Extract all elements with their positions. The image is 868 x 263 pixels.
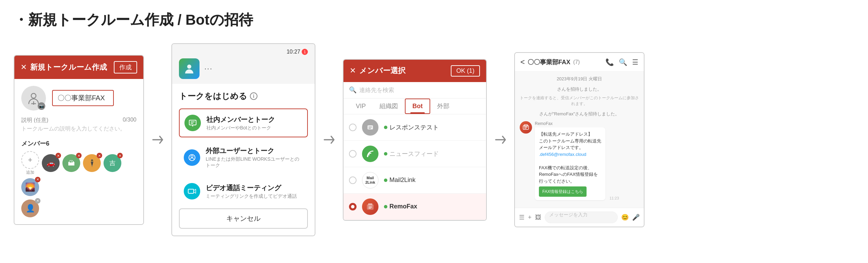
member-avatar-photo: 🌄 ✕ bbox=[21, 178, 39, 196]
green-dot4-icon bbox=[384, 205, 387, 208]
system-msg1: さんを招待しました。 bbox=[520, 86, 639, 92]
plus-icon: + bbox=[28, 156, 33, 164]
svg-rect-11 bbox=[369, 127, 372, 127]
bot-avatar-response-test bbox=[362, 119, 378, 136]
close-icon[interactable]: ✕ bbox=[21, 63, 27, 72]
avatar-row: 📷 〇〇事業部FAX bbox=[21, 86, 136, 111]
remove-member-icon[interactable]: ✕ bbox=[117, 153, 123, 158]
arrow3 bbox=[487, 132, 514, 148]
screen3-close-icon[interactable]: ✕ bbox=[350, 66, 356, 75]
info-icon: i bbox=[250, 92, 257, 100]
bot-list: レスポンステスト ニュースフィード bbox=[343, 114, 486, 220]
list-item-mail2link[interactable]: Mail2Link Mail2Link bbox=[343, 167, 486, 194]
plus-footer-icon[interactable]: + bbox=[528, 214, 532, 221]
remove-member-icon[interactable]: ✕ bbox=[76, 153, 82, 158]
tab-external[interactable]: 外部 bbox=[430, 99, 456, 114]
statusbar: 10:27 1 bbox=[179, 49, 308, 55]
screen4-header: < 〇〇事業部FAX (7) 📞 🔍 ☰ bbox=[515, 53, 644, 72]
option-video-call[interactable]: ビデオ通話ミーティング ミーティングリンクを作成してビデオ通話 bbox=[179, 178, 308, 205]
radio-response-test[interactable] bbox=[349, 124, 357, 131]
screen-new-room: ✕ 新規トークルーム作成 作成 📷 〇〇事業部FAX 説明 bbox=[14, 55, 144, 225]
list-item-remofax[interactable]: RemoFax bbox=[343, 194, 486, 220]
room-avatar[interactable]: 📷 bbox=[21, 86, 46, 111]
svg-rect-16 bbox=[369, 207, 372, 207]
bot-msg-content: RemoFax 【転送先メールアドレス】 このトークルーム専用の転送先 メールア… bbox=[535, 121, 605, 200]
bot1-name: レスポンステスト bbox=[389, 123, 439, 132]
menu-footer-icon[interactable]: ☰ bbox=[519, 214, 525, 221]
screen4-header-right: 📞 🔍 ☰ bbox=[605, 58, 638, 66]
screen3-header: ✕ メンバー選択 OK (1) bbox=[343, 60, 486, 82]
create-room-button[interactable]: 作成 bbox=[114, 61, 137, 73]
cancel-button[interactable]: キャンセル bbox=[179, 208, 308, 229]
bot-msg-avatar bbox=[520, 121, 532, 134]
screen3-title: メンバー選択 bbox=[359, 66, 406, 76]
screen-member-select: ✕ メンバー選択 OK (1) 🔍 連絡先を検索 VIP 組織図 Bot 外部 bbox=[343, 59, 487, 221]
member-avatar-figure: 🕴 ✕ bbox=[83, 154, 101, 172]
tab-bot[interactable]: Bot bbox=[405, 99, 430, 114]
room-name-field[interactable]: 〇〇事業部FAX bbox=[52, 90, 114, 106]
svg-rect-5 bbox=[191, 122, 195, 122]
remove-member-icon[interactable]: ✕ bbox=[35, 177, 40, 182]
member-avatar-landscape: 🏔 ✕ bbox=[62, 154, 80, 172]
option2-text: 外部ユーザーとトーク LINEまたは外部LINE WORKSユーザーとのトーク bbox=[206, 146, 303, 169]
radio-mail2link[interactable] bbox=[349, 176, 357, 184]
bot-msg-link[interactable]: .def456@remofax.cloud bbox=[539, 151, 601, 158]
mic-icon[interactable]: 🎤 bbox=[632, 214, 640, 221]
back-button[interactable]: < bbox=[520, 58, 525, 67]
ok-button[interactable]: OK (1) bbox=[451, 65, 480, 77]
add-member-button[interactable]: + 追加 bbox=[21, 151, 39, 175]
radio-newsfeed[interactable] bbox=[349, 150, 357, 158]
profile-avatar bbox=[179, 58, 200, 79]
svg-rect-4 bbox=[189, 120, 196, 125]
svg-rect-15 bbox=[368, 203, 372, 205]
description-placeholder: トークルームの説明を入力してください。 bbox=[21, 125, 136, 133]
screen1-body: 📷 〇〇事業部FAX 説明 (任意) 0/300 トークルームの説明を入力してく… bbox=[14, 79, 143, 224]
list-item-response-test[interactable]: レスポンステスト bbox=[343, 114, 486, 141]
bot3-name-row: Mail2Link bbox=[384, 176, 415, 184]
screen1-header-left: ✕ 新規トークルーム作成 bbox=[21, 62, 107, 72]
search-icon[interactable]: 🔍 bbox=[619, 58, 627, 66]
image-footer-icon[interactable]: 🖼 bbox=[535, 214, 541, 221]
message-input[interactable]: メッセージを入力 bbox=[545, 211, 618, 223]
bot-avatar-newsfeed bbox=[362, 146, 378, 162]
screen3-header-left: ✕ メンバー選択 bbox=[350, 66, 406, 76]
description-label: 説明 (任意) bbox=[21, 117, 48, 124]
chat-body: 2023年9月19日 火曜日 さんを招待しました。 トークを連絡すると、受信メン… bbox=[515, 72, 644, 208]
description-label-row: 説明 (任意) 0/300 bbox=[21, 117, 136, 124]
bot4-name-row: RemoFax bbox=[384, 203, 417, 210]
page-title: ・新規トークルーム作成 / Botの招待 bbox=[14, 10, 854, 30]
option-internal-talk[interactable]: 社内メンバーとトーク 社内メンバーやBotとのトーク bbox=[179, 108, 308, 137]
tab-vip[interactable]: VIP bbox=[349, 99, 373, 113]
time-display: 10:27 bbox=[287, 49, 300, 55]
bot-msg-name: RemoFax bbox=[535, 121, 605, 126]
svg-rect-6 bbox=[191, 123, 193, 124]
svg-point-8 bbox=[191, 156, 193, 158]
bot1-name-row: レスポンステスト bbox=[384, 123, 439, 132]
option-external-talk[interactable]: 外部ユーザーとトーク LINEまたは外部LINE WORKSユーザーとのトーク bbox=[179, 141, 308, 174]
tabs-row: VIP 組織図 Bot 外部 bbox=[343, 99, 486, 114]
emoji-icon[interactable]: 😊 bbox=[621, 214, 629, 221]
svg-point-13 bbox=[367, 156, 369, 157]
radio-remofax[interactable] bbox=[349, 203, 357, 210]
green-dot3-icon bbox=[384, 179, 387, 182]
screens-container: ✕ 新規トークルーム作成 作成 📷 〇〇事業部FAX 説明 bbox=[14, 43, 854, 236]
phone-icon[interactable]: 📞 bbox=[605, 58, 614, 66]
screen-talk-menu: 10:27 1 ··· トークをはじめる i bbox=[171, 43, 315, 236]
screen2-body: トークをはじめる i 社内メンバーとトーク 社内メンバーやBotとのトーク bbox=[172, 84, 315, 236]
system-msg3: さんが"RemoFax"さんを招待しました。 bbox=[520, 111, 639, 117]
remove-member-icon2[interactable]: ✕ bbox=[35, 198, 40, 204]
search-placeholder: 連絡先を検索 bbox=[359, 86, 394, 94]
date-label: 2023年9月19日 火曜日 bbox=[520, 76, 639, 82]
description-count: 0/300 bbox=[123, 117, 136, 124]
arrow1 bbox=[144, 132, 171, 148]
option1-text: 社内メンバーとトーク 社内メンバーやBotとのトーク bbox=[206, 115, 275, 131]
list-item-newsfeed[interactable]: ニュースフィード bbox=[343, 141, 486, 167]
remove-member-icon[interactable]: ✕ bbox=[56, 153, 61, 158]
search-icon: 🔍 bbox=[349, 86, 357, 94]
menu-icon[interactable]: ☰ bbox=[632, 58, 638, 66]
notification-badge: 1 bbox=[302, 49, 308, 55]
cta-button[interactable]: FAX情報登録はこちら bbox=[539, 186, 587, 197]
svg-rect-17 bbox=[369, 208, 371, 209]
remove-member-icon[interactable]: ✕ bbox=[97, 153, 102, 158]
tab-org[interactable]: 組織図 bbox=[373, 99, 405, 114]
